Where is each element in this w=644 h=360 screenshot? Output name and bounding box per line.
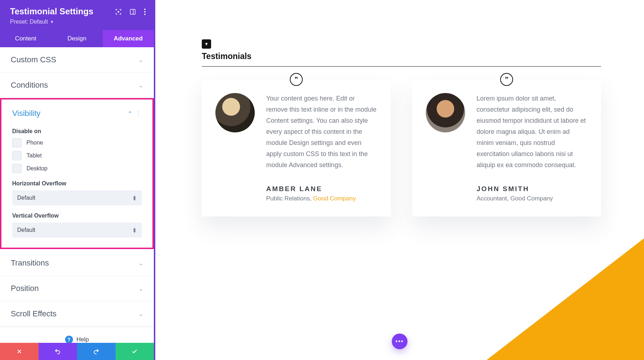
- updown-icon: ▲▼: [132, 227, 137, 233]
- disable-on-label: Disable on: [12, 128, 142, 135]
- section-custom-css[interactable]: Custom CSS ⌄: [0, 47, 154, 73]
- svg-point-5: [144, 14, 146, 15]
- section-label: Transitions: [11, 258, 49, 268]
- preset-dropdown[interactable]: Preset: Default ▼: [10, 19, 54, 25]
- section-label: Visibility: [12, 109, 40, 118]
- author-role: Accountant, Good Company: [477, 195, 587, 202]
- settings-panel: Testimonial Settings Preset: Default ▼ C…: [0, 0, 155, 360]
- close-icon: [16, 349, 22, 354]
- svg-point-3: [144, 9, 146, 10]
- quote-icon: ”: [500, 73, 513, 86]
- author-role-text: Public Relations,: [266, 195, 313, 202]
- v-overflow-label: Vertical Overflow: [12, 213, 142, 219]
- section-label: Custom CSS: [11, 55, 56, 64]
- company-link[interactable]: Good Company: [313, 195, 356, 202]
- tab-bar: Content Design Advanced: [0, 30, 154, 47]
- quote-icon: ”: [290, 73, 303, 86]
- checkbox-label: Desktop: [26, 165, 48, 172]
- preset-label: Preset: Default: [10, 19, 48, 25]
- updown-icon: ▲▼: [132, 195, 137, 201]
- author-role: Public Relations, Good Company: [266, 195, 377, 202]
- section-label: Scroll Effects: [11, 309, 57, 318]
- chevron-down-icon: ⌄: [138, 82, 143, 89]
- section-label: Conditions: [11, 81, 48, 90]
- chevron-down-icon: ⌄: [138, 260, 143, 267]
- help-icon: ?: [65, 336, 73, 343]
- tab-advanced[interactable]: Advanced: [103, 30, 154, 47]
- checkbox-desktop[interactable]: [12, 164, 21, 173]
- select-value: Default: [17, 227, 35, 233]
- help-button[interactable]: ? Help: [0, 327, 154, 343]
- testimonial-card[interactable]: ” Lorem ipsum dolor sit amet, consectetu…: [412, 79, 601, 217]
- focus-icon[interactable]: [115, 9, 122, 15]
- section-position[interactable]: Position ⌄: [0, 276, 154, 301]
- cancel-button[interactable]: [0, 343, 39, 360]
- decorative-triangle: [487, 238, 644, 360]
- chevron-up-icon: ⌃: [128, 110, 132, 117]
- svg-rect-1: [130, 9, 135, 14]
- chevron-down-icon: ⌄: [138, 311, 143, 317]
- section-scroll-effects[interactable]: Scroll Effects ⌄: [0, 301, 154, 327]
- kebab-icon[interactable]: ⋮: [135, 110, 142, 117]
- author-name: AMBER LANE: [266, 185, 377, 193]
- testimonial-cards: ” Your content goes here. Edit or remove…: [202, 79, 601, 217]
- section-heading: Testimonials: [202, 52, 601, 61]
- tab-content[interactable]: Content: [0, 30, 51, 47]
- avatar: [426, 93, 465, 132]
- h-overflow-label: Horizontal Overflow: [12, 180, 142, 187]
- section-transitions[interactable]: Transitions ⌄: [0, 250, 154, 276]
- sections-scroll[interactable]: Custom CSS ⌄ Conditions ⌄ Visibility ⌃ ⋮…: [0, 47, 154, 343]
- floating-action-button[interactable]: •••: [392, 334, 408, 349]
- collapse-toggle[interactable]: ▼: [202, 39, 211, 49]
- tab-design[interactable]: Design: [51, 30, 102, 47]
- redo-button[interactable]: [77, 343, 116, 360]
- save-button[interactable]: [116, 343, 154, 360]
- svg-point-0: [118, 11, 119, 13]
- panel-header: Testimonial Settings Preset: Default ▼: [0, 0, 154, 30]
- dots-icon: •••: [396, 338, 404, 345]
- testimonial-card[interactable]: ” Your content goes here. Edit or remove…: [202, 79, 391, 217]
- undo-button[interactable]: [39, 343, 77, 360]
- checkbox-row-phone[interactable]: Phone: [12, 138, 142, 147]
- divider: [202, 66, 601, 67]
- section-conditions[interactable]: Conditions ⌄: [0, 73, 154, 98]
- checkbox-label: Tablet: [26, 152, 42, 159]
- h-overflow-select[interactable]: Default ▲▼: [12, 190, 142, 205]
- help-label: Help: [77, 336, 89, 343]
- checkbox-tablet[interactable]: [12, 151, 21, 160]
- section-visibility: Visibility ⌃ ⋮ Disable on Phone Tablet: [0, 98, 154, 249]
- checkbox-row-tablet[interactable]: Tablet: [12, 151, 142, 160]
- testimonial-text: Lorem ipsum dolor sit amet, consectetur …: [477, 93, 587, 171]
- avatar: [215, 93, 255, 132]
- chevron-down-icon: ⌄: [138, 285, 143, 292]
- checkbox-row-desktop[interactable]: Desktop: [12, 164, 142, 173]
- svg-point-4: [144, 11, 146, 13]
- select-value: Default: [17, 195, 35, 201]
- testimonial-text: Your content goes here. Edit or remove t…: [266, 93, 377, 171]
- caret-down-icon: ▼: [50, 20, 54, 24]
- author-name: JOHN SMITH: [477, 185, 587, 193]
- undo-icon: [54, 348, 61, 355]
- kebab-icon[interactable]: [144, 9, 146, 15]
- preview-canvas: ▼ Testimonials ” Your content goes here.…: [155, 0, 644, 360]
- section-label: Position: [11, 284, 39, 293]
- section-visibility-header[interactable]: Visibility ⌃ ⋮: [1, 99, 152, 122]
- panel-layout-icon[interactable]: [130, 9, 136, 15]
- panel-footer: [0, 343, 154, 360]
- v-overflow-select[interactable]: Default ▲▼: [12, 223, 142, 238]
- chevron-down-icon: ⌄: [138, 57, 143, 63]
- check-icon: [131, 348, 138, 355]
- redo-icon: [93, 348, 99, 355]
- checkbox-label: Phone: [26, 140, 43, 146]
- checkbox-phone[interactable]: [12, 138, 21, 147]
